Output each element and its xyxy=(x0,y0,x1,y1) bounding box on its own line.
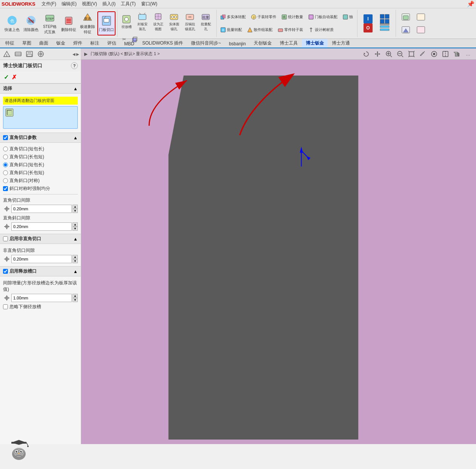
svg-rect-61 xyxy=(417,26,425,33)
gap2-down[interactable]: ▼ xyxy=(72,227,78,231)
more-icon[interactable]: … xyxy=(463,49,473,59)
right-panel-btn2[interactable] xyxy=(414,25,428,35)
panel-title-bar: 博士快速门板切口 ? xyxy=(0,60,81,71)
gap2-input[interactable] xyxy=(11,222,72,231)
rect-params-header[interactable]: 直角切口参数 ▲ xyxy=(0,133,81,143)
ignore-lower-check[interactable]: 忽略下侧径放槽 xyxy=(3,303,78,311)
pin-icon[interactable]: 📌 xyxy=(467,0,474,8)
batch-hole-button[interactable]: 批量 批量配孔 xyxy=(199,11,213,33)
menu-edit[interactable]: 编辑(E) xyxy=(59,0,79,8)
menu-insert[interactable]: 插入(I) xyxy=(100,0,118,8)
cancel-button[interactable]: ✗ xyxy=(12,74,17,81)
right-panel-btn1[interactable] xyxy=(399,25,413,35)
properties-icon[interactable] xyxy=(429,49,439,59)
view-cube-icon[interactable] xyxy=(452,49,462,59)
panel-save-icon[interactable] xyxy=(24,49,35,59)
menu-tools[interactable]: 工具(T) xyxy=(119,0,138,8)
align-view-button[interactable]: 设为正视图 xyxy=(151,11,165,33)
tab-annotation[interactable]: 标注 xyxy=(86,39,103,48)
batch-convert-button[interactable]: 批 批量转配 xyxy=(218,26,244,34)
icon-row1-btn2[interactable]: O xyxy=(360,24,376,32)
relief-down[interactable]: ▼ xyxy=(72,298,78,302)
selection-box[interactable] xyxy=(3,106,78,129)
radio-diag-long-short[interactable]: 直角斜口(长包短) xyxy=(3,169,78,177)
rotate-view-icon[interactable] xyxy=(361,49,371,59)
grid-icon-btn1[interactable] xyxy=(377,15,392,23)
tab-doctor-tunnel[interactable]: 博士方通 xyxy=(328,39,354,48)
step-convert-button[interactable]: STEP STEP格式互换 xyxy=(41,11,59,35)
panel-help-icon[interactable]: ? xyxy=(71,62,78,69)
expand-icon[interactable]: ▶ xyxy=(84,51,88,57)
tab-doctor-sheetmetal[interactable]: 博士钣金 xyxy=(302,39,328,48)
zoom-in-icon[interactable] xyxy=(384,49,394,59)
radio-diag-short-long[interactable]: 直角斜口(短包长) xyxy=(3,161,78,169)
quick-color-button[interactable]: 色 快速上色 xyxy=(3,11,21,35)
tab-tianchuang[interactable]: 天创钣金 xyxy=(250,39,276,48)
part-assembly-button[interactable]: 散件组装配 xyxy=(245,26,275,34)
radio-diag-symmetric[interactable]: 直角斜口(对称) xyxy=(3,177,78,185)
delete-feature-button[interactable]: 删除特征 xyxy=(60,11,78,35)
left-panel-btn2[interactable] xyxy=(414,12,428,22)
tab-sketch[interactable]: 草图 xyxy=(18,39,35,48)
pan-icon[interactable] xyxy=(373,49,382,59)
scissors-icon[interactable]: ✂ xyxy=(119,35,129,44)
tab-feature[interactable]: 特征 xyxy=(2,39,18,48)
left-panel-btn1[interactable] xyxy=(399,12,413,22)
fit-view-icon[interactable] xyxy=(407,49,416,59)
press-pull-hole-button[interactable]: 压锅拉镶底孔 xyxy=(183,11,197,33)
measure-icon[interactable] xyxy=(418,49,428,59)
multi-body-button[interactable]: 多实体转配 xyxy=(218,13,248,21)
tree-material-button[interactable]: 设计树材质 xyxy=(306,26,336,34)
fast-delete-button[interactable]: 极速 极速删除特征 xyxy=(79,11,97,35)
gap1-input[interactable] xyxy=(11,205,72,213)
sub-assembly-button[interactable]: 子 子装转零件 xyxy=(249,13,279,21)
zoom-out-icon[interactable] xyxy=(395,49,405,59)
relief-checkbox[interactable] xyxy=(3,269,8,274)
non-rect-input[interactable] xyxy=(11,255,72,263)
section-view-icon[interactable] xyxy=(441,49,450,59)
force-split-check[interactable]: 斜口对称时强制均分 xyxy=(3,185,78,193)
confirm-button[interactable]: ✓ xyxy=(4,74,9,81)
gap1-down[interactable]: ▼ xyxy=(72,209,78,213)
non-rect-header[interactable]: 启用非直角切口 ▲ xyxy=(0,234,81,244)
solid-flat-hole-button[interactable]: 实体面镶孔 xyxy=(167,11,181,33)
tab-bsbanjin[interactable]: bsbanjin xyxy=(225,40,250,48)
non-rect-down[interactable]: ▼ xyxy=(72,259,78,263)
relief-input[interactable] xyxy=(11,294,72,302)
plate-safety-hole-button[interactable]: 封板安装孔 xyxy=(135,11,149,33)
grid-icon-btn2[interactable] xyxy=(377,24,392,32)
tab-weldment[interactable]: 焊件 xyxy=(69,39,86,48)
panel-target-icon[interactable] xyxy=(35,49,46,59)
gap2-up[interactable]: ▲ xyxy=(72,222,78,227)
count-button[interactable]: 统 统计数量 xyxy=(279,13,305,21)
clear-color-button[interactable]: 清除 清除颜色 xyxy=(22,11,40,35)
rect-params-checkbox[interactable] xyxy=(3,135,8,140)
menu-view[interactable]: 视图(V) xyxy=(80,0,99,8)
relief-header[interactable]: 启用释放槽口 ▲ xyxy=(0,266,81,276)
routing-hole-button[interactable]: 径放槽 xyxy=(119,11,134,33)
menu-window[interactable]: 窗口(W) xyxy=(139,0,160,8)
canvas-toolbar: ▶ 门板切除 (默认) < 默认> 显示状态 1 > xyxy=(81,48,476,60)
radio-diag-short-long-label: 直角斜口(短包长) xyxy=(9,162,44,168)
auto-assembly-button[interactable]: 门 门板自动装配 xyxy=(306,13,340,21)
part-sub-button[interactable]: 零件转子装 xyxy=(276,26,305,34)
tab-doctor-tools[interactable]: 博士工具 xyxy=(276,39,302,48)
tab-evaluate[interactable]: 评估 xyxy=(103,39,120,48)
radio-long-wrap-short[interactable]: 直角切口(长包短) xyxy=(3,153,78,161)
gap1-up[interactable]: ▲ xyxy=(72,205,78,209)
panel-list-icon[interactable] xyxy=(13,49,23,59)
copy-icon[interactable] xyxy=(130,35,140,44)
door-cutout-button[interactable]: 门板切口 xyxy=(97,11,116,35)
non-rect-up[interactable]: ▲ xyxy=(72,255,78,259)
tab-surface[interactable]: 曲面 xyxy=(35,39,52,48)
non-rect-checkbox[interactable] xyxy=(3,236,8,241)
radio-short-wrap-long[interactable]: 直角切口(短包长) xyxy=(3,145,78,153)
tab-sheetmetal[interactable]: 钣金 xyxy=(52,39,69,48)
relief-up[interactable]: ▲ xyxy=(72,294,78,298)
single-button[interactable]: 独 xyxy=(340,13,355,21)
panel-3d-icon[interactable] xyxy=(2,49,12,59)
menu-file[interactable]: 文件(F) xyxy=(39,0,59,8)
step-convert-label: STEP格式互换 xyxy=(42,24,58,35)
selection-section-header[interactable]: 选择 ▲ xyxy=(0,83,81,94)
icon-row1-btn1[interactable]: I xyxy=(360,15,376,23)
